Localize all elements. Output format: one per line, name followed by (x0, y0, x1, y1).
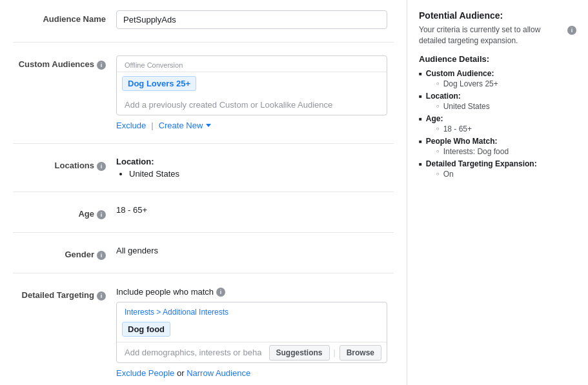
create-new-button[interactable]: Create New (159, 121, 212, 130)
detailed-targeting-label: Detailed Targeting i (13, 286, 116, 301)
gender-content: All genders (116, 246, 394, 255)
audience-details-title: Audience Details: (419, 54, 576, 64)
audience-detail-sub-item: Interests: Dog food (436, 147, 576, 156)
right-panel: Potential Audience: Your criteria is cur… (407, 0, 588, 385)
targeting-buttons: Suggestions | Browse (269, 345, 387, 360)
audience-name-content (116, 10, 394, 29)
detailed-targeting-content: Include people who match i Interests > A… (116, 286, 394, 385)
custom-audiences-label: Custom Audiences i (13, 55, 116, 70)
dog-food-tag[interactable]: Dog food (122, 322, 170, 337)
locations-label: Locations i (13, 157, 116, 171)
include-label: Include people who match i (116, 286, 394, 297)
location-heading: Location: (116, 157, 394, 166)
age-row: Age i 18 - 65+ (13, 205, 394, 233)
age-value: 18 - 65+ (116, 202, 147, 215)
audience-name-label: Audience Name (13, 10, 116, 24)
audience-detail-item: Location:United States (419, 92, 576, 112)
targeting-search-input[interactable] (117, 342, 269, 362)
age-info-icon[interactable]: i (97, 210, 106, 219)
interests-path: Interests > Additional Interests (117, 302, 387, 319)
location-list: United States (116, 169, 394, 179)
audience-detail-sub-item: 18 - 65+ (436, 124, 576, 133)
audience-detail-sub-item: On (436, 170, 576, 179)
audience-details-list: Custom Audience:Dog Lovers 25+Location:U… (419, 69, 576, 179)
detailed-targeting-info-icon[interactable]: i (97, 291, 106, 301)
include-info-icon[interactable]: i (216, 288, 225, 297)
locations-row: Locations i Location: United States (13, 157, 394, 192)
locations-info-icon[interactable]: i (97, 162, 106, 171)
exclude-row: Exclude | Create New (116, 121, 394, 130)
audience-detail-item: Age:18 - 65+ (419, 114, 576, 134)
suggestions-button[interactable]: Suggestions (269, 345, 330, 360)
audience-detail-item: Custom Audience:Dog Lovers 25+ (419, 69, 576, 89)
exclude-link[interactable]: Exclude (116, 121, 146, 130)
age-label: Age i (13, 205, 116, 219)
audience-name-row: Audience Name (13, 10, 394, 43)
gender-info-icon[interactable]: i (97, 251, 106, 260)
gender-value: All genders (116, 243, 158, 255)
targeting-search-row: Suggestions | Browse (117, 342, 387, 362)
custom-audience-box: Offline Conversion Dog Lovers 25+ Add a … (116, 55, 387, 115)
gender-label: Gender i (13, 246, 116, 260)
divider: | (151, 121, 153, 130)
audience-name-input[interactable] (116, 10, 387, 29)
potential-info-icon[interactable]: i (567, 26, 576, 35)
detailed-targeting-row: Detailed Targeting i Include people who … (13, 286, 394, 385)
audience-detail-item: People Who Match:Interests: Dog food (419, 137, 576, 157)
browse-button[interactable]: Browse (340, 345, 381, 360)
custom-audiences-row: Custom Audiences i Offline Conversion Do… (13, 55, 394, 144)
offline-conversion-header: Offline Conversion (117, 56, 387, 72)
audience-detail-sub-item: Dog Lovers 25+ (436, 79, 576, 88)
gender-row: Gender i All genders (13, 246, 394, 273)
narrow-audience-link[interactable]: Narrow Audience (187, 368, 250, 378)
custom-audiences-content: Offline Conversion Dog Lovers 25+ Add a … (116, 55, 394, 130)
targeting-divider: | (334, 348, 336, 357)
custom-audience-placeholder[interactable]: Add a previously created Custom or Looka… (117, 95, 387, 115)
location-item: United States (129, 169, 394, 179)
exclude-narrow-row: Exclude People or Narrow Audience (116, 368, 394, 378)
create-new-dropdown-arrow (206, 124, 211, 127)
custom-audiences-info-icon[interactable]: i (97, 61, 106, 70)
age-content: 18 - 65+ (116, 205, 394, 215)
audience-detail-sub-item: United States (436, 102, 576, 111)
locations-content: Location: United States (116, 157, 394, 179)
dog-lovers-tag[interactable]: Dog Lovers 25+ (122, 76, 196, 91)
left-panel: Audience Name Custom Audiences i Offline… (0, 0, 407, 385)
targeting-box: Interests > Additional Interests Dog foo… (116, 302, 387, 363)
potential-audience-desc: Your criteria is currently set to allow … (419, 25, 576, 46)
exclude-people-link[interactable]: Exclude People (116, 368, 174, 378)
audience-detail-item: Detailed Targeting Expansion:On (419, 159, 576, 179)
or-text: or (177, 368, 187, 378)
potential-audience-title: Potential Audience: (419, 10, 576, 21)
